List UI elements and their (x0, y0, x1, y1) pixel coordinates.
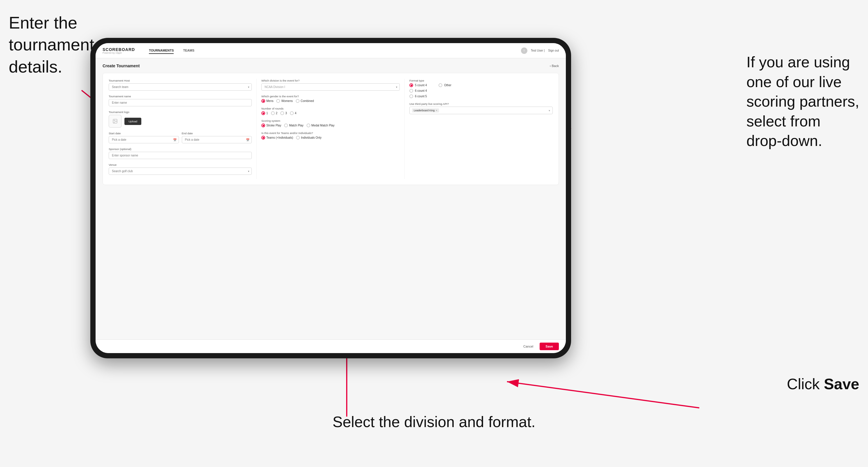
form-col-2: Which division is the event for? NCAA Di… (257, 79, 405, 179)
live-scoring-chevron: ▾ (549, 109, 550, 112)
form-card: Tournament Host Tournament name (102, 73, 559, 185)
tournament-host-input[interactable] (109, 83, 252, 91)
tournament-host-select-wrapper (109, 83, 252, 91)
start-date-group: Start date 📅 (109, 132, 179, 143)
end-date-input[interactable] (182, 136, 252, 143)
format-type-group: Format type 5 count 4 6 count (409, 79, 553, 98)
team-individuals[interactable]: Individuals Only (296, 136, 322, 139)
date-row: Start date 📅 End date (109, 132, 252, 143)
sponsor-input[interactable] (109, 152, 252, 159)
scoring-medal-radio[interactable] (307, 124, 310, 127)
live-scoring-clear[interactable]: × (436, 109, 437, 112)
team-radio-group: Teams (+Individuals) Individuals Only (261, 136, 400, 139)
calendar-icon-end: 📅 (246, 138, 249, 141)
user-label: Test User | (531, 49, 545, 52)
format-6count4[interactable]: 6 count 4 (409, 89, 427, 93)
logo-placeholder (109, 115, 122, 128)
team-group: Is this event for Teams and/or Individua… (261, 131, 400, 139)
live-scoring-select[interactable]: Leaderboard King × ▾ (409, 106, 553, 114)
gender-combined-radio[interactable] (296, 99, 300, 103)
round-3[interactable]: 3 (280, 111, 287, 115)
scoring-stroke[interactable]: Stroke Play (261, 124, 281, 127)
scoring-stroke-radio[interactable] (261, 124, 265, 127)
round-4[interactable]: 4 (290, 111, 297, 115)
navbar: SCOREBOARD Powered by clippit TOURNAMENT… (96, 43, 566, 58)
annotation-top-right: If you are using one of our live scoring… (746, 53, 859, 151)
end-date-label: End date (182, 132, 252, 135)
gender-combined[interactable]: Combined (296, 99, 314, 103)
gender-womens-radio[interactable] (276, 99, 280, 103)
back-link[interactable]: ‹ Back (550, 64, 559, 68)
format-6count5-radio[interactable] (409, 94, 413, 98)
team-label: Is this event for Teams and/or Individua… (261, 131, 400, 134)
svg-line-4 (507, 382, 699, 408)
format-other-radio[interactable] (438, 83, 442, 87)
format-6count5[interactable]: 6 count 5 (409, 94, 427, 98)
format-5count4[interactable]: 5 count 4 (409, 83, 427, 87)
navbar-right: T Test User | Sign out (521, 48, 559, 54)
team-individuals-radio[interactable] (296, 136, 300, 139)
form-footer: Cancel Save (96, 339, 566, 353)
start-date-label: Start date (109, 132, 179, 135)
save-button[interactable]: Save (539, 343, 559, 350)
tournament-host-label: Tournament Host (109, 79, 252, 82)
live-scoring-group: Use third-party live scoring API? Leader… (409, 102, 553, 114)
venue-input[interactable] (109, 167, 252, 175)
upload-button[interactable]: Upload (124, 118, 141, 125)
sponsor-label: Sponsor (optional) (109, 148, 252, 151)
team-teams-radio[interactable] (261, 136, 265, 139)
round-1[interactable]: 1 (261, 111, 268, 115)
format-type-label: Format type (409, 79, 553, 82)
start-date-input[interactable] (109, 136, 179, 143)
svg-point-6 (114, 120, 115, 121)
scoring-medal[interactable]: Medal Match Play (307, 124, 335, 127)
nav-teams[interactable]: TEAMS (183, 48, 194, 54)
scoring-label: Scoring system (261, 119, 400, 122)
round-2[interactable]: 2 (271, 111, 278, 115)
nav-tournaments[interactable]: TOURNAMENTS (149, 48, 174, 54)
division-group: Which division is the event for? NCAA Di… (261, 79, 400, 91)
round-2-radio[interactable] (271, 111, 275, 115)
live-scoring-label: Use third-party live scoring API? (409, 102, 553, 105)
format-type-list: 5 count 4 6 count 4 6 count 5 (409, 83, 427, 98)
date-group: Start date 📅 End date (109, 132, 252, 143)
gender-womens[interactable]: Womens (276, 99, 292, 103)
user-avatar: T (521, 48, 527, 54)
scoring-group: Scoring system Stroke Play Match Play (261, 119, 400, 127)
signout-link[interactable]: Sign out (548, 49, 559, 52)
format-other[interactable]: Other (438, 83, 451, 87)
gender-group: Which gender is the event for? Mens Wome… (261, 95, 400, 103)
division-label: Which division is the event for? (261, 79, 400, 82)
division-select-wrapper: NCAA Division I (261, 83, 400, 91)
gender-mens-radio[interactable] (261, 99, 265, 103)
form-grid: Tournament Host Tournament name (109, 79, 553, 179)
cancel-button[interactable]: Cancel (520, 343, 537, 350)
end-date-wrapper: 📅 (182, 136, 252, 143)
round-1-radio[interactable] (261, 111, 265, 115)
rounds-radio-group: 1 2 3 (261, 111, 400, 115)
page-header: Create Tournament ‹ Back (102, 63, 559, 68)
format-type-options: 5 count 4 6 count 4 6 count 5 (409, 83, 553, 98)
round-3-radio[interactable] (280, 111, 284, 115)
scoring-match-radio[interactable] (284, 124, 288, 127)
format-5count4-radio[interactable] (409, 83, 413, 87)
annotation-bottom-center: Select the division and format. (333, 412, 535, 432)
form-col-1: Tournament Host Tournament name (109, 79, 257, 179)
division-select[interactable]: NCAA Division I (261, 83, 400, 91)
scoring-match[interactable]: Match Play (284, 124, 303, 127)
gender-mens[interactable]: Mens (261, 99, 273, 103)
tournament-logo-group: Tournament logo Upload (109, 111, 252, 128)
team-teams[interactable]: Teams (+Individuals) (261, 136, 293, 139)
page-title: Create Tournament (102, 63, 140, 68)
format-6count4-radio[interactable] (409, 89, 413, 93)
tournament-name-input[interactable] (109, 99, 252, 106)
calendar-icon: 📅 (173, 138, 177, 141)
rounds-group: Number of rounds 1 2 (261, 107, 400, 115)
round-4-radio[interactable] (290, 111, 294, 115)
start-date-wrapper: 📅 (109, 136, 179, 143)
gender-label: Which gender is the event for? (261, 95, 400, 98)
tablet-screen: SCOREBOARD Powered by clippit TOURNAMENT… (96, 43, 566, 353)
annotation-bottom-right: Click Save (787, 374, 859, 394)
brand-sub: Powered by clippit (102, 52, 135, 54)
brand-title: SCOREBOARD (102, 47, 135, 52)
